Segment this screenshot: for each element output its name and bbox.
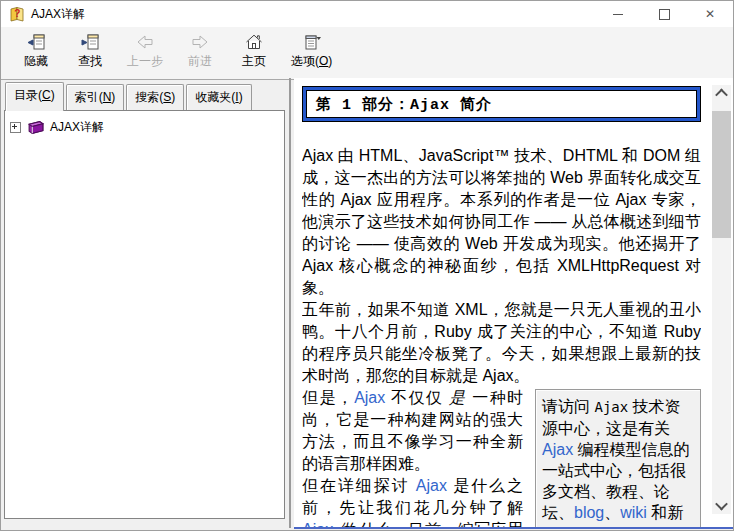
tab-label-post: )	[239, 90, 243, 104]
text-segment: 但是，	[302, 389, 354, 406]
text-segment: 、	[604, 504, 620, 521]
scrollbar-thumb[interactable]	[712, 111, 731, 238]
find-icon	[80, 32, 100, 52]
text-segment: 请访问	[542, 398, 594, 415]
titlebar: ? AJAX详解 ✕	[1, 1, 733, 27]
options-label-key: O	[319, 54, 328, 68]
tab-label-pre: 索引(	[75, 90, 103, 104]
topic-pane: 第 1 部分：Ajax 简介 Ajax 由 HTML、JavaScript™ 技…	[294, 78, 733, 528]
help-viewer-window: ? AJAX详解 ✕ 隐藏	[0, 0, 734, 531]
find-label: 查找	[78, 53, 102, 70]
forward-label: 前进	[188, 53, 212, 70]
paragraph: Ajax 由 HTML、JavaScript™ 技术、DHTML 和 DOM 组…	[302, 145, 701, 299]
options-label-pre: 选项(	[291, 54, 319, 68]
scroll-up-button[interactable]	[712, 85, 731, 102]
find-button[interactable]: 查找	[63, 31, 117, 71]
hide-button[interactable]: 隐藏	[9, 31, 63, 71]
tab-label-pre: 收藏夹(	[195, 90, 235, 104]
topic-heading: 第 1 部分：Ajax 简介	[306, 90, 697, 118]
options-icon	[302, 32, 322, 52]
home-icon	[244, 32, 264, 52]
text-segment: 但在详细探讨	[302, 477, 416, 494]
minimize-icon	[613, 14, 623, 15]
text-segment: 不仅仅	[385, 389, 449, 406]
back-button[interactable]: 上一步	[117, 31, 173, 71]
tab-label-post: )	[51, 88, 55, 102]
book-icon	[27, 120, 45, 135]
home-label: 主页	[242, 53, 266, 70]
contents-tree: AJAX详解	[4, 110, 285, 519]
topic-body: Ajax 由 HTML、JavaScript™ 技术、DHTML 和 DOM 组…	[302, 145, 701, 528]
close-button[interactable]: ✕	[687, 1, 733, 27]
scroll-down-button[interactable]	[712, 497, 731, 514]
tab-label-pre: 目录(	[14, 88, 42, 102]
tab-label-post: )	[111, 90, 115, 104]
inline-link[interactable]: wiki	[620, 504, 647, 521]
hide-panel-icon	[26, 32, 46, 52]
bottom-edge-accent	[294, 527, 733, 529]
vertical-scrollbar[interactable]	[712, 85, 731, 514]
back-label: 上一步	[127, 53, 163, 70]
topic-heading-box: 第 1 部分：Ajax 简介	[302, 86, 701, 122]
paragraph: 五年前，如果不知道 XML，您就是一只无人重视的丑小鸭。十八个月前，Ruby 成…	[302, 299, 701, 387]
scrollbar-track[interactable]	[712, 102, 731, 497]
hide-label: 隐藏	[24, 53, 48, 70]
home-button[interactable]: 主页	[227, 31, 281, 71]
resource-callout-box: 请访问 Ajax 技术资源中心，这是有关 Ajax 编程模型信息的一站式中心，包…	[535, 389, 701, 528]
scroll-up-icon	[715, 89, 728, 102]
inline-link[interactable]: blog	[574, 504, 604, 521]
tab-strip: 目录(C) 索引(N) 搜索(S) 收藏夹(I)	[4, 82, 285, 110]
tab-favorites[interactable]: 收藏夹(I)	[186, 84, 251, 110]
options-label-post: )	[328, 54, 332, 68]
main-area: 目录(C) 索引(N) 搜索(S) 收藏夹(I) AJAX详解	[1, 78, 733, 528]
maximize-button[interactable]	[641, 1, 687, 27]
forward-arrow-icon	[190, 32, 210, 52]
options-label: 选项(O)	[291, 53, 332, 70]
text-segment: 和新	[647, 504, 683, 521]
back-arrow-icon	[135, 32, 155, 52]
inline-link[interactable]: Ajax	[542, 441, 573, 458]
close-icon: ✕	[705, 8, 715, 20]
tab-contents[interactable]: 目录(C)	[5, 82, 64, 111]
help-book-icon: ?	[9, 6, 25, 22]
inline-link[interactable]: Ajax	[354, 389, 385, 406]
text-segment: Ajax 由 HTML、JavaScript™ 技术、DHTML 和 DOM 组…	[302, 147, 701, 296]
plus-expander-icon[interactable]	[10, 122, 21, 133]
tab-label-pre: 搜索(	[135, 90, 163, 104]
scroll-down-icon	[715, 498, 728, 511]
minimize-button[interactable]	[595, 1, 641, 27]
tree-item-label: AJAX详解	[50, 119, 104, 136]
text-segment: Ajax	[594, 399, 628, 415]
maximize-icon	[659, 9, 670, 20]
toolbar: 隐藏 查找 上一步 前进	[1, 27, 733, 80]
tab-label-key: C	[42, 88, 51, 102]
tab-label-post: )	[171, 90, 175, 104]
tree-item-ajax[interactable]: AJAX详解	[10, 119, 279, 136]
text-segment: 五年前，如果不知道 XML，您就是一只无人重视的丑小鸭。十八个月前，Ruby 成…	[302, 301, 701, 384]
window-controls: ✕	[595, 1, 733, 27]
inline-link[interactable]: Ajax	[416, 477, 447, 494]
options-button[interactable]: 选项(O)	[281, 31, 342, 71]
text-segment: 是	[449, 389, 466, 406]
svg-text:?: ?	[14, 8, 20, 19]
tab-search[interactable]: 搜索(S)	[126, 84, 184, 110]
navigation-pane: 目录(C) 索引(N) 搜索(S) 收藏夹(I) AJAX详解	[4, 82, 285, 519]
forward-button[interactable]: 前进	[173, 31, 227, 71]
window-title: AJAX详解	[31, 6, 85, 23]
topic-content: 第 1 部分：Ajax 简介 Ajax 由 HTML、JavaScript™ 技…	[302, 86, 701, 528]
dropdown-arrow-icon	[316, 37, 321, 40]
tab-index[interactable]: 索引(N)	[66, 84, 125, 110]
